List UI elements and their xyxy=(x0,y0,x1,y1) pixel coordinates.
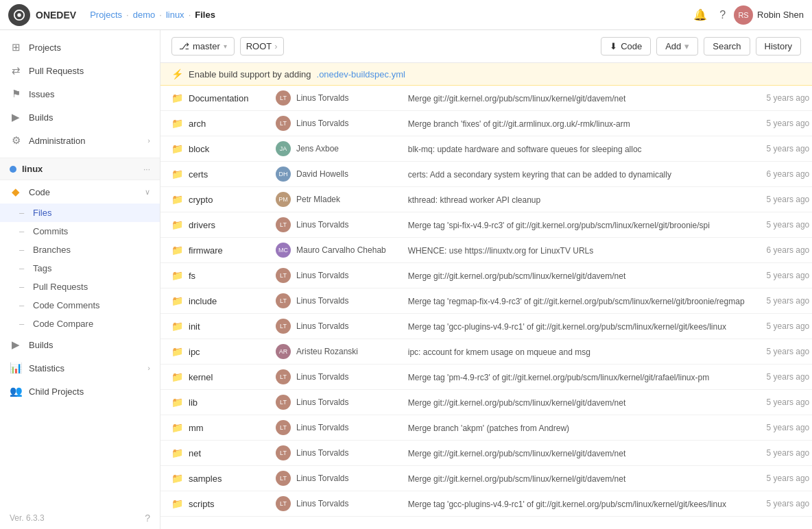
sidebar-item-builds[interactable]: ▶ Builds xyxy=(0,106,160,129)
author-cell: PM Petr Mladek xyxy=(276,192,386,207)
file-link[interactable]: arch xyxy=(189,119,206,129)
folder-icon: 📁 xyxy=(171,169,183,180)
version-label: Ver. 6.3.3 xyxy=(10,513,45,523)
folder-icon: 📁 xyxy=(171,93,183,103)
author-cell: LT Linus Torvalds xyxy=(276,471,386,486)
file-link[interactable]: samples xyxy=(189,473,222,484)
file-link[interactable]: block xyxy=(189,144,209,154)
table-row: 📁 samples LT Linus Torvalds Merge git://… xyxy=(160,466,812,491)
sidebar: ⊞ Projects ⇄ Pull Requests ⚑ Issues ▶ Bu… xyxy=(0,30,160,529)
file-link[interactable]: mm xyxy=(189,423,204,433)
sidebar-sub-files[interactable]: – Files xyxy=(0,204,160,222)
table-row: 📁 ipc AR Aristeu Rozanski ipc: account f… xyxy=(160,339,812,365)
table-row: 📁 init LT Linus Torvalds Merge tag 'gcc-… xyxy=(160,314,812,339)
file-link[interactable]: lib xyxy=(189,397,198,408)
table-row: 📁 scripts LT Linus Torvalds Merge tag 'g… xyxy=(160,491,812,517)
code-section-label: Code xyxy=(29,187,50,197)
code-button[interactable]: ⬇ Code xyxy=(601,37,651,56)
commit-message: WHENCE: use https://linuxtv.org for Linu… xyxy=(408,246,594,256)
sidebar-sub-commits[interactable]: – Commits xyxy=(0,222,160,241)
file-link[interactable]: scripts xyxy=(189,499,215,509)
user-menu[interactable]: RS Robin Shen xyxy=(734,5,804,25)
file-name-cell: 📁 net xyxy=(171,447,254,458)
breadcrumb-demo[interactable]: demo xyxy=(133,10,156,20)
file-link[interactable]: certs xyxy=(189,169,208,180)
sidebar-item-label-projects: Projects xyxy=(29,42,61,53)
author-avatar: JA xyxy=(276,141,291,156)
sidebar-sub-code-compare[interactable]: – Code Compare xyxy=(0,315,160,333)
commit-message: Merge git://git.kernel.org/pub/scm/linux… xyxy=(408,449,625,458)
sidebar-sub-code-comments[interactable]: – Code Comments xyxy=(0,296,160,315)
file-link[interactable]: net xyxy=(189,448,201,458)
root-button[interactable]: ROOT › xyxy=(240,37,284,56)
file-link[interactable]: fs xyxy=(189,271,195,281)
file-link[interactable]: Documentation xyxy=(189,93,248,103)
breadcrumb-linux[interactable]: linux xyxy=(166,10,184,20)
file-link[interactable]: include xyxy=(189,296,217,306)
file-link[interactable]: firmware xyxy=(189,245,223,256)
author-avatar: PM xyxy=(276,192,291,207)
table-row: 📁 firmware MC Mauro Carvalho Chehab WHEN… xyxy=(160,238,812,263)
author-cell: LT Linus Torvalds xyxy=(276,90,386,106)
branch-selector[interactable]: ⎇ master ▾ xyxy=(171,37,235,56)
notice-link[interactable]: .onedev-buildspec.yml xyxy=(317,69,405,79)
author-name: Linus Torvalds xyxy=(296,397,349,407)
code-btn-label: Code xyxy=(621,41,642,51)
sidebar-code-section[interactable]: ◆ Code ∨ xyxy=(0,180,160,204)
sidebar-sub-pullrequests[interactable]: – Pull Requests xyxy=(0,278,160,296)
sidebar-sub-files-label: Files xyxy=(33,208,51,218)
file-link[interactable]: ipc xyxy=(189,347,200,357)
time-cell: 5 years ago xyxy=(756,86,812,111)
breadcrumb: Projects · demo · linux · Files xyxy=(90,10,684,20)
file-name-cell: 📁 drivers xyxy=(171,219,254,230)
sidebar-statistics-label: Statistics xyxy=(29,363,64,373)
project-more-icon[interactable]: ··· xyxy=(143,164,150,174)
project-name[interactable]: linux xyxy=(10,164,43,174)
author-cell: DH David Howells xyxy=(276,167,386,182)
file-link[interactable]: kernel xyxy=(189,372,213,382)
history-button[interactable]: History xyxy=(756,37,801,56)
sidebar-item-issues[interactable]: ⚑ Issues xyxy=(0,82,160,106)
commit-message: Merge git://git.kernel.org/pub/scm/linux… xyxy=(408,474,625,484)
file-link[interactable]: drivers xyxy=(189,220,215,230)
help-icon[interactable]: ? xyxy=(715,6,730,24)
topbar-actions: 🔔 ? RS Robin Shen xyxy=(689,5,804,25)
notice-text: Enable build support by adding xyxy=(189,69,311,79)
history-btn-label: History xyxy=(765,41,792,51)
sidebar-statistics[interactable]: 📊 Statistics › xyxy=(0,356,160,380)
time-cell: 5 years ago xyxy=(756,314,812,339)
download-icon: ⬇ xyxy=(610,41,617,51)
search-btn-label: Search xyxy=(713,41,741,51)
author-name: Aristeu Rozanski xyxy=(296,347,358,356)
sidebar-item-builds2[interactable]: ▶ Builds xyxy=(0,333,160,356)
file-link[interactable]: crypto xyxy=(189,195,213,205)
sidebar-child-projects[interactable]: 👥 Child Projects xyxy=(0,380,160,403)
sidebar-item-label-builds: Builds xyxy=(29,112,53,123)
author-avatar: LT xyxy=(276,471,291,486)
time-cell: 5 years ago xyxy=(756,390,812,415)
author-name: Linus Torvalds xyxy=(296,372,349,382)
time-cell: 5 years ago xyxy=(756,111,812,136)
author-avatar: DH xyxy=(276,167,291,182)
time-cell: 5 years ago xyxy=(756,339,812,365)
sidebar-item-projects[interactable]: ⊞ Projects xyxy=(0,36,160,59)
search-button[interactable]: Search xyxy=(704,37,750,56)
author-avatar: LT xyxy=(276,420,291,435)
branch-chevron: ▾ xyxy=(224,42,227,50)
sidebar-item-pull-requests[interactable]: ⇄ Pull Requests xyxy=(0,59,160,82)
folder-icon: 📁 xyxy=(171,321,183,332)
sidebar-item-administration[interactable]: ⚙ Administration › xyxy=(0,129,160,152)
file-toolbar: ⎇ master ▾ ROOT › ⬇ Code Add ▾ Search Hi… xyxy=(160,30,812,63)
table-row: 📁 lib LT Linus Torvalds Merge git://git.… xyxy=(160,390,812,415)
root-arrow: › xyxy=(274,41,277,51)
file-link[interactable]: init xyxy=(189,321,200,332)
breadcrumb-projects[interactable]: Projects xyxy=(90,10,122,20)
sidebar-sub-tags[interactable]: – Tags xyxy=(0,259,160,278)
add-button[interactable]: Add ▾ xyxy=(656,37,698,56)
folder-icon: 📁 xyxy=(171,270,183,281)
help-icon-sidebar[interactable]: ? xyxy=(145,513,150,524)
add-btn-label: Add xyxy=(665,41,681,51)
table-row: 📁 arch LT Linus Torvalds Merge branch 'f… xyxy=(160,111,812,136)
sidebar-sub-branches[interactable]: – Branches xyxy=(0,241,160,259)
notification-icon[interactable]: 🔔 xyxy=(689,5,711,24)
